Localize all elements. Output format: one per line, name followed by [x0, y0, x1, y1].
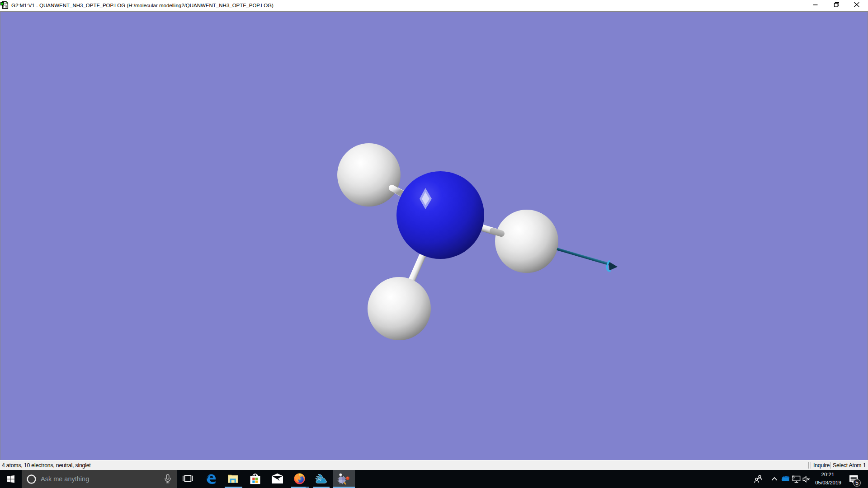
- svg-text:5: 5: [855, 480, 859, 486]
